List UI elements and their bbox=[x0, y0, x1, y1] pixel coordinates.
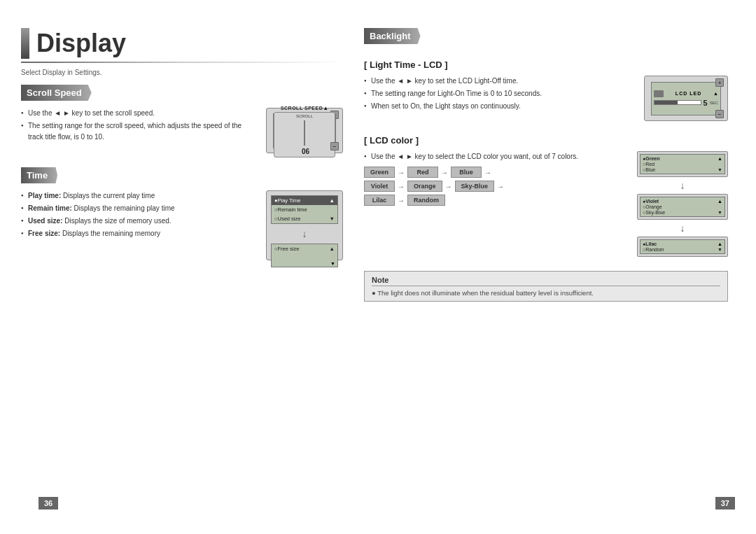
lcd-label: LCD LED bbox=[676, 91, 701, 96]
color-screen-3-random: ○Random▼ bbox=[643, 247, 722, 252]
note-text: ● The light does not illuminate when the… bbox=[372, 289, 720, 297]
scroll-label: SCROLL SPEED bbox=[281, 106, 323, 111]
scroll-speed-content: Use the ◄ ► key to set the scroll speed.… bbox=[21, 108, 343, 153]
scroll-plus-icon: ▲ bbox=[323, 105, 328, 111]
arrow-2: → bbox=[441, 169, 448, 176]
color-screen-1-green: ●Green ▲ bbox=[643, 156, 722, 161]
color-screen-2: ●Violet ▲ ○Orange ○Sky-Blue▼ bbox=[637, 194, 728, 220]
lcd-color-content: Use the ◄ ► key to select the LCD color … bbox=[364, 151, 728, 257]
time-bullets: Play time: Displays the current play tim… bbox=[21, 190, 255, 241]
time-free-size-list: ○Free size▲ ▼ bbox=[272, 244, 337, 267]
time-empty-row bbox=[272, 253, 337, 260]
scroll-bullet-1: Use the ◄ ► key to set the scroll speed. bbox=[21, 108, 255, 119]
color-violet-btn[interactable]: Violet bbox=[364, 181, 395, 192]
time-section: Time Play time: Displays the current pla… bbox=[21, 167, 343, 260]
color-red-btn[interactable]: Red bbox=[407, 167, 438, 178]
color-row-3: Lilac → Random bbox=[364, 195, 626, 206]
light-time-bullets: Use the ◄ ► key to set the LCD Light-Off… bbox=[364, 76, 634, 113]
lcd-color-section: [ LCD color ] Use the ◄ ► key to select … bbox=[364, 135, 728, 257]
time-menu-2: ○Free size▲ ▼ bbox=[272, 244, 337, 267]
color-orange-btn[interactable]: Orange bbox=[407, 181, 442, 192]
time-menu: ●Play Time▲ ○Remain time ○Used size▼ bbox=[272, 196, 337, 223]
time-content: Play time: Displays the current play tim… bbox=[21, 190, 343, 260]
scroll-value: 06 bbox=[302, 148, 309, 155]
scroll-down-btn[interactable]: − bbox=[330, 142, 339, 150]
color-row-2: Violet → Orange → Sky-Blue → bbox=[364, 181, 626, 192]
color-screen-1-inner: ●Green ▲ ○Red ○Blue▼ bbox=[640, 154, 725, 174]
color-screen-3-inner: ●Lilac ▲ ○Random▼ bbox=[640, 239, 725, 254]
color-screen-2-orange: ○Orange bbox=[643, 204, 722, 209]
lcd-down-btn[interactable]: − bbox=[715, 110, 724, 118]
color-lilac-btn[interactable]: Lilac bbox=[364, 195, 395, 206]
scroll-screen: SCROLL SPEED ▲ SCROLL 06 bbox=[273, 113, 336, 148]
color-device-container: ●Green ▲ ○Red ○Blue▼ ↓ bbox=[637, 151, 728, 257]
scroll-speed-section: Scroll Speed Use the ◄ ► key to set the … bbox=[21, 85, 343, 153]
lcd-progress-fill bbox=[654, 101, 678, 104]
left-page: Display Select Display in Settings. Scro… bbox=[21, 28, 343, 260]
arrow-4: → bbox=[398, 183, 405, 190]
color-screen-1-blue: ○Blue▼ bbox=[643, 167, 722, 172]
scroll-progress-bar bbox=[304, 120, 305, 146]
color-grid: Green → Red → Blue → Violet → Orange bbox=[364, 167, 626, 206]
lcd-screen: LCD LED ▲ 5 SEC bbox=[651, 82, 721, 115]
time-menu-list: ●Play Time▲ ○Remain time ○Used size▼ bbox=[272, 196, 337, 223]
color-screen-2-skyblue: ○Sky-Blue▼ bbox=[643, 210, 722, 215]
lcd-color-left: Use the ◄ ► key to select the LCD color … bbox=[364, 151, 626, 209]
time-device-container: ●Play Time▲ ○Remain time ○Used size▼ bbox=[266, 190, 343, 260]
color-arrow-down-1: ↓ bbox=[637, 180, 728, 191]
lcd-up-btn[interactable]: + bbox=[715, 78, 724, 87]
lcd-color-title: [ LCD color ] bbox=[364, 135, 728, 146]
backlight-header: Backlight bbox=[364, 28, 421, 44]
lcd-color-bullets: Use the ◄ ► key to select the LCD color … bbox=[364, 151, 626, 162]
lcd-device: + LCD LED ▲ 5 SEC bbox=[644, 76, 728, 121]
time-bullet-4: Free size: Displays the remaining memory bbox=[21, 228, 255, 239]
arrow-1: → bbox=[398, 169, 405, 176]
page-title: Display bbox=[21, 28, 343, 59]
note-box: Note ● The light does not illuminate whe… bbox=[364, 271, 728, 302]
color-blue-btn[interactable]: Blue bbox=[451, 167, 482, 178]
time-screen: ●Play Time▲ ○Remain time ○Used size▼ bbox=[271, 195, 338, 224]
time-free-size: ○Free size▲ bbox=[272, 244, 337, 253]
note-title: Note bbox=[372, 276, 720, 286]
time-screen-2: ○Free size▲ ▼ bbox=[271, 244, 338, 267]
color-green-btn[interactable]: Green bbox=[364, 167, 395, 178]
arrow-7: → bbox=[398, 197, 405, 204]
time-bullet-3: Used size: Displays the size of memory u… bbox=[21, 216, 255, 227]
scroll-speed-device: + SCROLL SPEED ▲ SCROLL 06 bbox=[266, 108, 343, 153]
color-skyblue-btn[interactable]: Sky-Blue bbox=[455, 181, 495, 192]
title-bar-decoration bbox=[21, 28, 29, 59]
lcd-up-arrow: ▲ bbox=[713, 91, 718, 96]
time-device: ●Play Time▲ ○Remain time ○Used size▼ bbox=[266, 190, 343, 260]
backlight-section: Backlight bbox=[364, 28, 728, 51]
page-number-36: 36 bbox=[38, 497, 58, 510]
color-arrow-down-2: ↓ bbox=[637, 223, 728, 234]
light-bullet-2: The setting range for Light-On Time is 0… bbox=[364, 88, 634, 99]
time-down-arrow: ▼ bbox=[272, 260, 337, 267]
color-screen-2-inner: ●Violet ▲ ○Orange ○Sky-Blue▼ bbox=[640, 197, 725, 217]
lcd-color-bullet-1: Use the ◄ ► key to select the LCD color … bbox=[364, 151, 626, 162]
arrow-5: → bbox=[445, 183, 452, 190]
color-screen-3: ●Lilac ▲ ○Random▼ bbox=[637, 237, 728, 257]
time-menu-used: ○Used size▼ bbox=[272, 214, 337, 223]
color-screen-3-lilac: ●Lilac ▲ bbox=[643, 241, 722, 246]
scroll-side-label: SCROLL bbox=[296, 114, 313, 118]
time-bullet-1: Play time: Displays the current play tim… bbox=[21, 190, 255, 202]
page-container: Display Select Display in Settings. Scro… bbox=[0, 0, 756, 534]
scroll-speed-bullets: Use the ◄ ► key to set the scroll speed.… bbox=[21, 108, 255, 144]
lcd-unit: SEC bbox=[710, 101, 718, 105]
color-screen-1: ●Green ▲ ○Red ○Blue▼ bbox=[637, 151, 728, 177]
page-number-37: 37 bbox=[715, 497, 735, 510]
time-menu-play: ●Play Time▲ bbox=[272, 196, 337, 205]
title-divider bbox=[21, 62, 343, 63]
color-random-btn[interactable]: Random bbox=[407, 195, 445, 206]
time-arrow-down: ↓ bbox=[267, 228, 342, 239]
title-text: Display bbox=[36, 29, 126, 58]
time-header: Time bbox=[21, 167, 57, 183]
scroll-screen-header: SCROLL SPEED ▲ bbox=[279, 104, 330, 112]
arrow-6: → bbox=[497, 183, 504, 190]
color-row-1: Green → Red → Blue → bbox=[364, 167, 626, 178]
time-bullet-2: Remain time: Displays the remaining play… bbox=[21, 203, 255, 214]
color-screen-1-red: ○Red bbox=[643, 162, 722, 167]
light-time-section: [ Light Time - LCD ] Use the ◄ ► key to … bbox=[364, 59, 728, 121]
light-time-content: Use the ◄ ► key to set the LCD Light-Off… bbox=[364, 76, 728, 121]
